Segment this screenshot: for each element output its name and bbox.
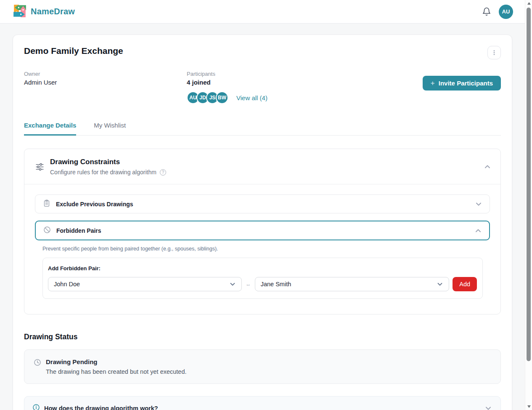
header-actions: AU: [482, 5, 513, 19]
owner-label: Owner: [24, 71, 187, 77]
scrollbar-up-icon[interactable]: [525, 0, 532, 7]
page-title: Demo Family Exchange: [24, 46, 123, 56]
scrollbar-thumb[interactable]: [527, 8, 531, 361]
drawing-constraints-section: Drawing Constraints Configure rules for …: [24, 149, 501, 314]
view-all-link[interactable]: View all (4): [236, 94, 267, 101]
chevron-down-icon: [475, 200, 482, 208]
chevron-down-icon: [484, 405, 492, 410]
add-forbidden-pair-label: Add Forbidden Pair:: [48, 265, 477, 272]
tab-exchange-details[interactable]: Exchange Details: [24, 122, 76, 136]
help-icon[interactable]: ?: [160, 169, 166, 176]
participant-b-select[interactable]: Jane Smith: [255, 277, 450, 291]
algorithm-faq-accordion[interactable]: How does the drawing algorithm work?: [24, 396, 501, 410]
participant-a-select[interactable]: John Doe: [48, 277, 242, 291]
participant-avatars: AU JD JS BW View all (4): [187, 91, 267, 104]
info-icon: [32, 404, 40, 410]
participant-avatar[interactable]: BW: [216, 91, 228, 104]
drawing-constraints-header[interactable]: Drawing Constraints Configure rules for …: [24, 149, 500, 184]
notification-bell-icon[interactable]: [482, 7, 491, 16]
exchange-meta-row: Owner Admin User Participants 4 joined A…: [24, 71, 501, 104]
constraints-subtitle: Configure rules for the drawing algorith…: [50, 169, 156, 176]
forbidden-pairs-description: Prevent specific people from being paire…: [42, 246, 483, 252]
invite-participants-label: Invite Participants: [439, 80, 493, 87]
brand[interactable]: NameDraw: [13, 4, 75, 20]
chevron-up-icon[interactable]: [484, 163, 491, 170]
faq-question: How does the drawing algorithm work?: [44, 405, 158, 410]
user-avatar[interactable]: AU: [499, 5, 513, 19]
constraints-title: Drawing Constraints: [50, 158, 166, 166]
scrollbar-down-icon[interactable]: [525, 403, 532, 410]
ban-icon: [43, 226, 51, 235]
accordion-label: Forbidden Pairs: [56, 227, 101, 234]
participants-block: Participants 4 joined AU JD JS BW View a…: [187, 71, 267, 104]
pair-separator-icon: ↔: [242, 281, 255, 287]
more-options-button[interactable]: [487, 46, 501, 59]
accordion-exclude-previous-drawings[interactable]: Exclude Previous Drawings: [35, 194, 490, 213]
owner-block: Owner Admin User: [24, 71, 187, 104]
app-header: NameDraw AU: [0, 0, 525, 24]
accordion-forbidden-pairs[interactable]: Forbidden Pairs: [35, 221, 490, 240]
constraints-body: Exclude Previous Drawings Forbidden Pair…: [24, 184, 500, 314]
plus-icon: +: [431, 79, 435, 88]
brand-name: NameDraw: [31, 7, 75, 16]
clock-icon: [34, 359, 41, 368]
drawing-status-heading: Drawing Status: [24, 333, 501, 341]
participants-count: 4 joined: [187, 79, 267, 86]
page-body: Demo Family Exchange Owner Admin User Pa…: [0, 24, 525, 410]
tab-my-wishlist[interactable]: My Wishlist: [94, 122, 126, 135]
clipboard-icon: [43, 200, 50, 209]
chevron-down-icon: [229, 281, 236, 288]
accordion-label: Exclude Previous Drawings: [56, 201, 133, 208]
participant-b-value: Jane Smith: [261, 281, 291, 288]
add-forbidden-pair-form: Add Forbidden Pair: John Doe ↔ Jane Smit…: [42, 258, 483, 299]
participant-a-value: John Doe: [54, 281, 80, 288]
namedraw-logo-icon: [13, 4, 27, 20]
status-title: Drawing Pending: [46, 358, 187, 365]
owner-name: Admin User: [24, 79, 187, 86]
tab-bar: Exchange Details My Wishlist: [24, 122, 501, 136]
participants-label: Participants: [187, 71, 267, 77]
drawing-status-card: Drawing Pending The drawing has been cre…: [24, 349, 501, 384]
invite-participants-button[interactable]: + Invite Participants: [423, 76, 501, 91]
add-pair-button[interactable]: Add: [453, 277, 477, 291]
scrollbar: [525, 0, 532, 410]
chevron-down-icon: [437, 281, 443, 288]
chevron-up-icon: [474, 227, 482, 234]
sliders-icon: [35, 162, 44, 171]
status-description: The drawing has been created but not yet…: [46, 368, 187, 375]
exchange-card: Demo Family Exchange Owner Admin User Pa…: [13, 35, 512, 410]
